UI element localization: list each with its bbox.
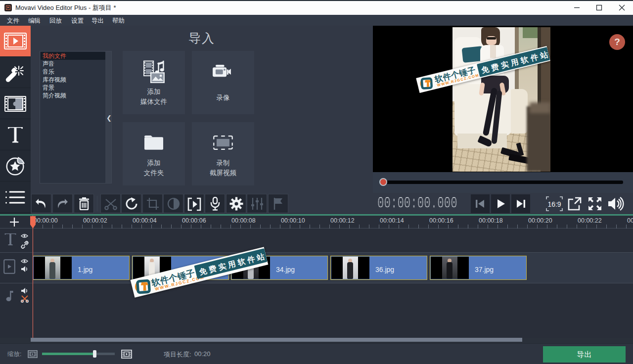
svg-text:16:9: 16:9 (547, 200, 561, 208)
